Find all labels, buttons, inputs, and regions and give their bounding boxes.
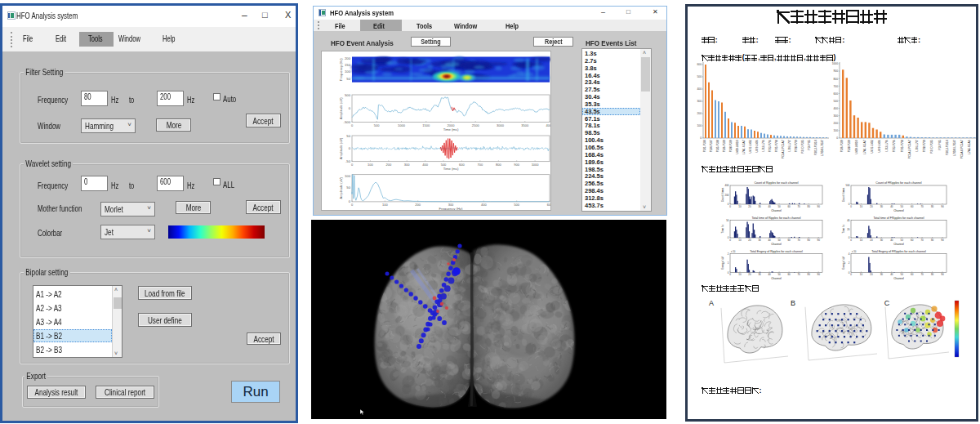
svg-text:400: 400 xyxy=(833,107,838,110)
svg-text:x 10: x 10 xyxy=(731,250,736,253)
svg-text:200: 200 xyxy=(833,122,838,125)
svg-text:0: 0 xyxy=(351,123,354,127)
svg-text:30: 30 xyxy=(880,239,884,242)
svg-text:70: 70 xyxy=(920,205,924,208)
svg-text:100: 100 xyxy=(345,174,351,178)
svg-text:10: 10 xyxy=(738,205,742,208)
svg-text:Count / times: Count / times xyxy=(721,187,724,202)
svg-text:L7A1 4-5A7: L7A1 4-5A7 xyxy=(863,140,866,154)
svg-text:Amplitude (uV): Amplitude (uV) xyxy=(339,97,343,119)
svg-text:10: 10 xyxy=(860,239,863,242)
svg-text:Total time of FRipples for eac: Total time of FRipples for each channel xyxy=(873,216,924,220)
svg-text:4: 4 xyxy=(849,252,850,256)
svg-text:Time (ms): Time (ms) xyxy=(443,167,459,171)
svg-text:50: 50 xyxy=(777,239,781,242)
svg-text:50: 50 xyxy=(346,185,350,190)
svg-text:700: 700 xyxy=(478,163,483,167)
svg-text:B: B xyxy=(791,299,795,307)
svg-text:60: 60 xyxy=(911,205,914,208)
svg-text:P3I D-P3I5: P3I D-P3I5 xyxy=(801,140,804,153)
svg-text:3500: 3500 xyxy=(521,123,529,127)
svg-text:PC5A 2-PC5A7: PC5A 2-PC5A7 xyxy=(782,140,785,158)
svg-text:60: 60 xyxy=(787,239,791,242)
svg-text:100: 100 xyxy=(345,69,351,74)
svg-text:P3I6-P3I9: P3I6-P3I9 xyxy=(840,140,844,152)
svg-text:PC5A 2-PC5A7: PC5A 2-PC5A7 xyxy=(908,140,911,158)
svg-text:C: C xyxy=(884,299,890,307)
svg-text:x 10: x 10 xyxy=(852,250,857,253)
svg-text:U4 9-U4I6: U4 9-U4I6 xyxy=(755,140,759,152)
svg-text:U4 I1-U4I2: U4 I1-U4I2 xyxy=(871,140,874,153)
svg-text:30: 30 xyxy=(758,273,761,276)
svg-text:30: 30 xyxy=(880,205,884,208)
svg-text:Count of FRipples for each cha: Count of FRipples for each channel xyxy=(875,181,922,185)
svg-text:100: 100 xyxy=(833,129,838,132)
svg-text:0: 0 xyxy=(850,239,852,242)
svg-text:1000: 1000 xyxy=(832,62,839,65)
svg-text:20: 20 xyxy=(748,205,751,208)
svg-text:200: 200 xyxy=(345,56,351,60)
svg-text:1: 1 xyxy=(728,261,729,265)
svg-text:40: 40 xyxy=(890,239,893,242)
svg-text:50: 50 xyxy=(726,219,729,222)
svg-text:0: 0 xyxy=(349,146,351,150)
svg-text:0: 0 xyxy=(351,163,354,167)
svg-text:20: 20 xyxy=(847,228,850,231)
svg-text:60: 60 xyxy=(911,273,914,276)
svg-text:Total Engery of FRipples for e: Total Engery of FRipples for each channe… xyxy=(871,250,926,253)
svg-text:0: 0 xyxy=(700,136,702,140)
svg-text:60: 60 xyxy=(787,273,791,276)
svg-text:900: 900 xyxy=(833,69,838,73)
svg-text:Channel: Channel xyxy=(893,209,904,212)
svg-text:P3I5-P3I8: P3I5-P3I8 xyxy=(716,140,719,152)
svg-text:500: 500 xyxy=(697,75,702,78)
svg-text:0: 0 xyxy=(729,273,731,276)
svg-text:P3I-PII5: P3I-PII5 xyxy=(938,140,942,150)
svg-text:300: 300 xyxy=(404,163,410,167)
svg-text:L7I6-L7I7: L7I6-L7I7 xyxy=(788,140,791,151)
svg-text:A: A xyxy=(709,299,714,307)
svg-text:P3I-PII5: P3I-PII5 xyxy=(808,140,811,150)
svg-text:400: 400 xyxy=(481,203,487,207)
svg-text:50: 50 xyxy=(777,205,781,208)
svg-text:600: 600 xyxy=(697,63,702,66)
svg-text:40: 40 xyxy=(890,205,893,208)
svg-text:0: 0 xyxy=(850,273,852,276)
svg-text:0: 0 xyxy=(729,239,731,242)
svg-text:500: 500 xyxy=(514,203,519,207)
svg-text:10: 10 xyxy=(738,239,742,242)
svg-text:90: 90 xyxy=(817,239,821,242)
svg-text:Frequency (Hz): Frequency (Hz) xyxy=(439,207,463,210)
svg-text:P3I6-P3I9: P3I6-P3I9 xyxy=(723,140,726,152)
svg-text:100: 100 xyxy=(382,203,388,207)
svg-text:800: 800 xyxy=(833,78,838,81)
svg-text:50: 50 xyxy=(901,205,904,208)
svg-text:10: 10 xyxy=(860,273,863,276)
svg-text:Energy / uV: Energy / uV xyxy=(842,257,845,270)
svg-text:80: 80 xyxy=(808,273,811,276)
svg-text:U4I9-U4I10: U4I9-U4I10 xyxy=(736,140,739,154)
svg-text:70: 70 xyxy=(920,273,924,276)
svg-text:70: 70 xyxy=(920,239,924,242)
svg-text:4000: 4000 xyxy=(546,123,550,127)
svg-text:200: 200 xyxy=(697,112,702,115)
svg-text:50: 50 xyxy=(777,273,781,276)
svg-text:P3I13-P3I14: P3I13-P3I14 xyxy=(814,140,817,154)
svg-text:70: 70 xyxy=(797,205,800,208)
svg-text:600: 600 xyxy=(833,92,838,96)
svg-text:20: 20 xyxy=(870,273,873,276)
svg-text:-500: -500 xyxy=(344,120,351,124)
svg-text:20: 20 xyxy=(870,205,873,208)
svg-text:Time / s: Time / s xyxy=(842,224,845,233)
svg-text:P3I D-P3I5: P3I D-P3I5 xyxy=(930,140,933,153)
svg-text:L7A5 4-5A6: L7A5 4-5A6 xyxy=(968,140,971,154)
svg-text:Total Engery of Ripples for ea: Total Engery of Ripples for each channel xyxy=(750,250,803,253)
svg-text:400: 400 xyxy=(422,163,428,167)
svg-text:40: 40 xyxy=(890,273,893,276)
svg-text:-50: -50 xyxy=(345,159,351,163)
svg-text:Frequency (Hz): Frequency (Hz) xyxy=(339,58,343,81)
svg-text:500: 500 xyxy=(345,93,351,97)
svg-text:0: 0 xyxy=(836,136,838,140)
svg-text:L7I3-L7I6: L7I3-L7I6 xyxy=(762,140,765,151)
svg-text:500: 500 xyxy=(374,123,380,127)
